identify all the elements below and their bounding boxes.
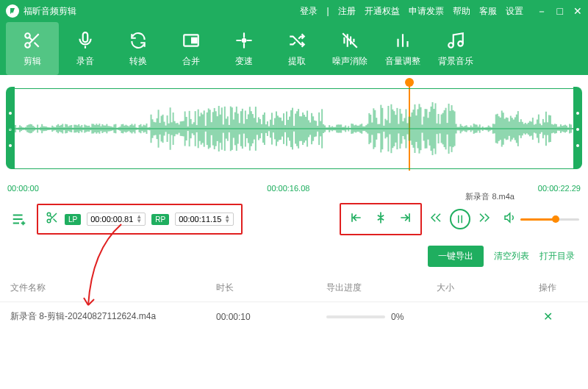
tool-denoise[interactable]: 噪声消除 — [323, 22, 376, 75]
tool-record[interactable]: 录音 — [59, 22, 112, 75]
tool-label: 录音 — [76, 55, 94, 68]
microphone-icon — [75, 30, 96, 51]
tool-label: 剪辑 — [24, 55, 41, 68]
titlebar-nav: 登录 | 注册 开通权益 申请发票 帮助 客服 设置 — [300, 5, 523, 18]
trim-start-icon[interactable] — [348, 210, 363, 228]
current-track-name: 新录音 8.m4a — [465, 191, 514, 202]
col-duration: 时长 — [216, 282, 326, 294]
cell-name: 新录音 8-剪辑-20240827112624.m4a — [10, 310, 216, 323]
clear-list-button[interactable]: 清空列表 — [494, 250, 529, 263]
progress-bar — [326, 315, 385, 318]
close-button[interactable]: ✕ — [573, 6, 582, 16]
tool-bgm[interactable]: 背景音乐 — [429, 22, 482, 75]
lp-time-input[interactable]: 00:00:00.81 ▲▼ — [87, 213, 146, 226]
col-name: 文件名称 — [10, 282, 216, 294]
export-button[interactable]: 一键导出 — [428, 246, 484, 267]
add-to-list-button[interactable] — [9, 209, 29, 229]
col-size: 大小 — [437, 282, 517, 294]
svg-rect-2 — [83, 32, 88, 42]
play-pause-button[interactable] — [450, 209, 470, 229]
app-logo-icon — [6, 4, 19, 18]
cut-range-panel: LP 00:00:00.81 ▲▼ RP 00:00:11.15 ▲▼ — [37, 204, 243, 235]
tool-merge[interactable]: 合并 — [165, 22, 218, 75]
file-table: 文件名称 时长 导出进度 大小 操作 新录音 8-剪辑-202408271126… — [0, 274, 588, 331]
nav-settings[interactable]: 设置 — [506, 5, 523, 18]
lp-tag: LP — [65, 214, 81, 225]
music-icon — [445, 30, 466, 51]
trim-end-icon[interactable] — [398, 210, 413, 228]
svg-point-6 — [448, 43, 453, 48]
rp-time-input[interactable]: 00:00:11.15 ▲▼ — [175, 213, 234, 226]
maximize-button[interactable]: □ — [557, 6, 563, 16]
titlebar: 福昕音频剪辑 登录 | 注册 开通权益 申请发票 帮助 客服 设置 － □ ✕ — [0, 0, 588, 22]
waveform-canvas[interactable] — [6, 88, 582, 169]
playback-controls — [429, 209, 579, 229]
scissors-icon[interactable] — [46, 211, 59, 227]
nav-login[interactable]: 登录 — [300, 5, 318, 18]
tool-label: 噪声消除 — [332, 55, 368, 68]
tool-label: 转换 — [129, 55, 147, 68]
refresh-icon — [128, 30, 148, 51]
svg-point-0 — [25, 33, 30, 38]
svg-point-7 — [458, 41, 463, 46]
trim-handle-right[interactable] — [573, 87, 582, 169]
tool-speed[interactable]: 变速 — [218, 22, 270, 75]
split-icon[interactable] — [373, 210, 388, 228]
nav-sep: | — [326, 6, 329, 16]
svg-rect-4 — [192, 38, 197, 43]
tool-label: 背景音乐 — [438, 55, 473, 68]
forward-button[interactable] — [478, 211, 491, 227]
nav-support[interactable]: 客服 — [479, 5, 497, 18]
tool-convert[interactable]: 转换 — [112, 22, 165, 75]
equalizer-icon — [392, 30, 413, 51]
scissors-icon — [22, 30, 43, 51]
app-title: 福昕音频剪辑 — [24, 5, 76, 18]
table-row: 新录音 8-剪辑-20240827112624.m4a 00:00:10 0% … — [0, 302, 588, 331]
cell-progress: 0% — [326, 312, 437, 322]
nav-help[interactable]: 帮助 — [453, 5, 470, 18]
denoise-icon — [340, 30, 360, 51]
volume-icon[interactable] — [503, 211, 516, 227]
rp-tag: RP — [151, 214, 169, 225]
speed-icon — [234, 30, 254, 51]
time-start: 00:00:00 — [7, 184, 39, 193]
nav-invoice[interactable]: 申请发票 — [409, 5, 444, 18]
col-op: 操作 — [517, 282, 578, 294]
tool-label: 变速 — [235, 55, 253, 68]
volume-slider[interactable] — [520, 218, 579, 221]
col-progress: 导出进度 — [326, 282, 437, 294]
tool-cut[interactable]: 剪辑 — [6, 22, 59, 75]
tool-label: 合并 — [182, 55, 200, 68]
time-end: 00:00:22.29 — [538, 184, 581, 193]
shuffle-icon — [287, 30, 307, 51]
svg-point-5 — [243, 38, 245, 41]
cell-duration: 00:00:10 — [216, 312, 326, 322]
rewind-button[interactable] — [429, 211, 442, 227]
svg-point-1 — [25, 43, 30, 48]
open-dir-button[interactable]: 打开目录 — [539, 250, 575, 263]
trim-controls-panel — [340, 203, 422, 235]
tool-label: 音量调整 — [385, 55, 420, 68]
rp-step-down[interactable]: ▼ — [224, 219, 230, 224]
tool-extract[interactable]: 提取 — [270, 22, 323, 75]
merge-icon — [181, 30, 201, 51]
delete-row-button[interactable]: ✕ — [543, 310, 553, 323]
nav-vip[interactable]: 开通权益 — [365, 5, 400, 18]
waveform-area — [6, 81, 582, 184]
lp-step-down[interactable]: ▼ — [136, 219, 142, 224]
minimize-button[interactable]: － — [537, 6, 547, 16]
tool-volume[interactable]: 音量调整 — [376, 22, 429, 75]
nav-register[interactable]: 注册 — [338, 5, 356, 18]
time-mid: 00:00:16.08 — [267, 184, 309, 193]
tool-label: 提取 — [288, 55, 306, 68]
main-toolbar: 剪辑 录音 转换 合并 变速 提取 噪声消除 音量调整 背景音乐 — [0, 22, 588, 75]
